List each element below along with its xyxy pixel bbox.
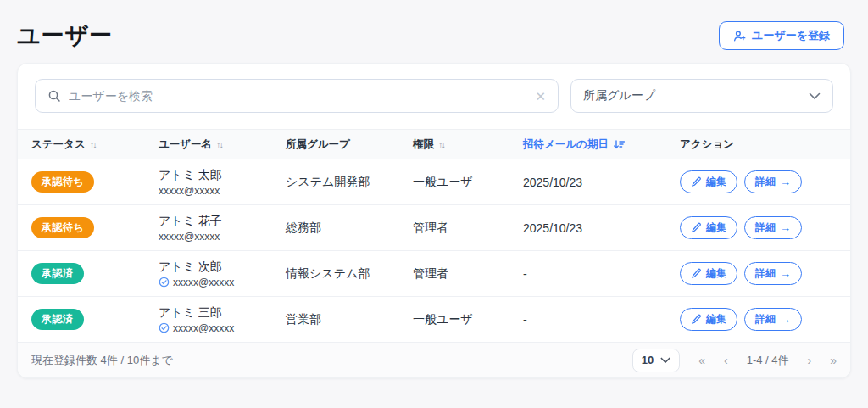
column-header-role[interactable]: 権限↑↓ [413, 137, 523, 152]
sort-icon: ↑↓ [216, 139, 222, 149]
edit-button[interactable]: 編集 [680, 216, 737, 239]
table-row: 承認待ち アトミ 花子 xxxxx@xxxxx 総務部 管理者 2025/10/… [18, 205, 850, 251]
prev-page-icon[interactable]: ‹ [724, 354, 728, 367]
user-role: 管理者 [413, 266, 523, 282]
verified-check-icon [159, 277, 170, 288]
table-body: 承認待ち アトミ 太郎 xxxxx@xxxxx システム開発部 一般ユーザ 20… [18, 159, 850, 343]
pencil-icon [691, 176, 702, 187]
user-name: アトミ 太郎 [159, 168, 286, 183]
group-filter-label: 所属グループ [583, 88, 655, 103]
page-size-value: 10 [642, 354, 654, 366]
page-title: ユーザー [17, 20, 113, 51]
user-group: システム開発部 [286, 175, 413, 190]
chevron-down-icon [660, 357, 670, 364]
sort-icon: ↑↓ [90, 139, 96, 149]
user-group: 情報システム部 [286, 266, 413, 282]
status-badge: 承認済 [31, 309, 84, 330]
user-role: 管理者 [413, 221, 523, 236]
column-header-invite-due[interactable]: 招待メールの期日 [523, 137, 680, 152]
next-page-icon[interactable]: › [808, 354, 812, 367]
search-box[interactable]: ✕ [35, 79, 559, 113]
sort-icon: ↑↓ [438, 139, 444, 149]
invite-due-date: - [523, 313, 680, 327]
page-range-text: 1-4 / 4件 [747, 353, 789, 368]
pencil-icon [691, 222, 702, 233]
column-header-actions: アクション [680, 137, 837, 152]
search-icon [47, 89, 61, 103]
record-count-text: 現在登録件数 4件 / 10件まで [31, 353, 173, 368]
table-header-row: ステータス↑↓ ユーザー名↑↓ 所属グループ 権限↑↓ 招待メールの期日 アクシ… [18, 129, 850, 159]
user-group: 総務部 [286, 221, 413, 236]
edit-button[interactable]: 編集 [680, 308, 737, 331]
detail-button[interactable]: 詳細 → [744, 170, 802, 193]
register-user-button[interactable]: ユーザーを登録 [719, 21, 844, 50]
status-badge: 承認待ち [31, 217, 94, 238]
user-role: 一般ユーザ [413, 312, 523, 327]
filter-bar: ✕ 所属グループ [18, 64, 850, 129]
user-name: アトミ 次郎 [159, 260, 286, 275]
edit-button[interactable]: 編集 [680, 262, 737, 285]
invite-due-date: 2025/10/23 [523, 221, 680, 235]
user-role: 一般ユーザ [413, 175, 523, 190]
user-email: xxxxx@xxxxx [159, 277, 286, 288]
table-row: 承認済 アトミ 次郎 xxxxx@xxxxx 情報システム部 管理者 - [18, 251, 850, 297]
sort-desc-icon [613, 139, 626, 150]
arrow-right-icon: → [780, 267, 791, 280]
group-filter-select[interactable]: 所属グループ [570, 79, 833, 113]
register-user-label: ユーザーを登録 [752, 28, 830, 43]
arrow-right-icon: → [780, 176, 791, 188]
user-name: アトミ 花子 [159, 214, 286, 229]
search-input[interactable] [69, 89, 527, 103]
user-group: 営業部 [286, 312, 413, 327]
invite-due-date: 2025/10/23 [523, 176, 680, 189]
pencil-icon [691, 314, 702, 325]
arrow-right-icon: → [780, 221, 791, 234]
clear-search-icon[interactable]: ✕ [535, 90, 546, 103]
user-email: xxxxx@xxxxx [159, 231, 286, 243]
column-header-status[interactable]: ステータス↑↓ [31, 137, 159, 152]
chevron-down-icon [809, 92, 821, 100]
first-page-icon[interactable]: « [698, 354, 705, 367]
users-panel: ✕ 所属グループ ステータス↑↓ ユーザー名↑↓ 所属グループ 権限↑↓ 招待メ… [17, 63, 851, 378]
table-row: 承認済 アトミ 三郎 xxxxx@xxxxx 営業部 一般ユーザ - [18, 297, 850, 343]
edit-button[interactable]: 編集 [680, 170, 737, 193]
person-plus-icon [733, 30, 746, 42]
column-header-username[interactable]: ユーザー名↑↓ [159, 137, 286, 152]
user-email: xxxxx@xxxxx [159, 185, 286, 197]
pagination: 10 « ‹ 1-4 / 4件 › » [632, 349, 837, 372]
arrow-right-icon: → [780, 313, 791, 326]
column-header-group: 所属グループ [286, 137, 413, 152]
detail-button[interactable]: 詳細 → [744, 262, 802, 285]
detail-button[interactable]: 詳細 → [744, 308, 802, 331]
status-badge: 承認済 [31, 263, 84, 284]
user-email: xxxxx@xxxxx [159, 322, 286, 334]
pencil-icon [691, 268, 702, 279]
page-header: ユーザー ユーザーを登録 [0, 0, 868, 63]
status-badge: 承認待ち [31, 171, 94, 193]
table-footer: 現在登録件数 4件 / 10件まで 10 « ‹ 1-4 / 4件 › » [18, 343, 850, 377]
invite-due-date: - [523, 267, 680, 281]
last-page-icon[interactable]: » [830, 354, 837, 367]
user-name: アトミ 三郎 [159, 305, 286, 321]
page-size-select[interactable]: 10 [632, 349, 680, 372]
table-row: 承認待ち アトミ 太郎 xxxxx@xxxxx システム開発部 一般ユーザ 20… [18, 159, 850, 205]
verified-check-icon [159, 322, 170, 333]
detail-button[interactable]: 詳細 → [744, 216, 802, 239]
